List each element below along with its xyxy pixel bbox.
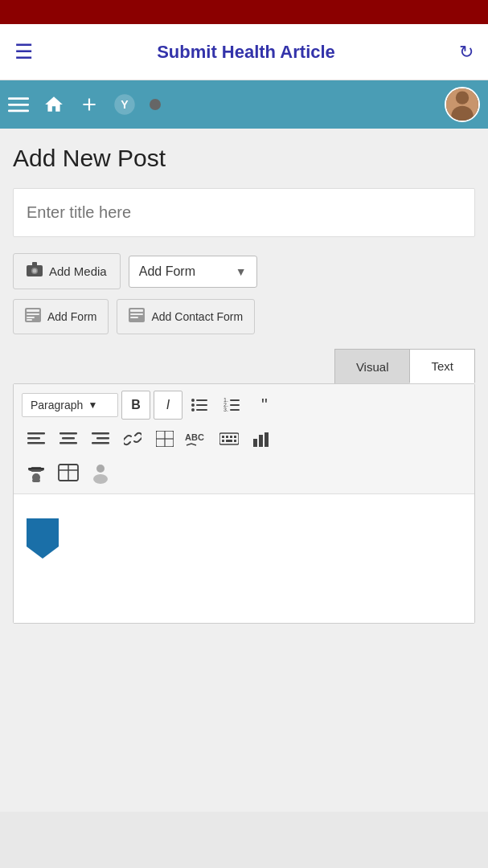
title-input-container bbox=[13, 188, 475, 237]
svg-rect-2 bbox=[8, 110, 29, 113]
add-contact-form-button[interactable]: Add Contact Form bbox=[117, 299, 255, 334]
table-button[interactable] bbox=[150, 424, 179, 453]
bold-button[interactable]: B bbox=[121, 391, 150, 420]
format-row-3 bbox=[22, 458, 466, 487]
svg-rect-52 bbox=[226, 440, 232, 442]
align-center-button[interactable] bbox=[54, 424, 83, 453]
svg-rect-46 bbox=[219, 433, 239, 444]
svg-rect-53 bbox=[234, 440, 236, 442]
svg-rect-36 bbox=[59, 432, 77, 435]
svg-point-6 bbox=[456, 91, 469, 104]
editor-content[interactable] bbox=[14, 494, 474, 623]
paragraph-label: Paragraph bbox=[31, 399, 83, 411]
svg-text:Y: Y bbox=[121, 98, 129, 111]
add-form-button[interactable]: Add Form bbox=[13, 299, 109, 334]
svg-rect-26 bbox=[196, 409, 207, 411]
svg-rect-15 bbox=[27, 317, 35, 318]
add-media-label: Add Media bbox=[49, 264, 107, 278]
format-row-2: ABC bbox=[22, 424, 466, 453]
app-header: ☰ Submit Health Article ↻ bbox=[0, 24, 488, 80]
person-icon-button[interactable] bbox=[86, 458, 115, 487]
paragraph-dropdown[interactable]: Paragraph ▼ bbox=[22, 393, 118, 417]
svg-point-21 bbox=[191, 399, 195, 402]
tab-text[interactable]: Text bbox=[409, 349, 475, 383]
agent-icon-button[interactable] bbox=[22, 458, 51, 487]
svg-rect-61 bbox=[32, 479, 40, 482]
wp-add-new-icon[interactable] bbox=[79, 94, 100, 115]
svg-rect-32 bbox=[230, 409, 240, 411]
title-input[interactable] bbox=[14, 189, 474, 236]
wp-hamburger-icon[interactable] bbox=[8, 94, 29, 115]
svg-rect-40 bbox=[96, 437, 109, 440]
svg-rect-50 bbox=[234, 436, 236, 438]
svg-rect-34 bbox=[27, 437, 40, 440]
yoast-icon[interactable]: Y bbox=[114, 94, 135, 115]
svg-rect-22 bbox=[196, 399, 207, 401]
spellcheck-button[interactable]: ABC bbox=[182, 424, 211, 453]
italic-button[interactable]: I bbox=[154, 391, 182, 420]
toolbar-row2: Add Form Add Contact Form bbox=[13, 299, 475, 334]
wp-admin-bar: Y bbox=[0, 80, 488, 129]
keyboard-button[interactable] bbox=[215, 424, 244, 453]
avatar[interactable] bbox=[445, 87, 480, 122]
svg-rect-11 bbox=[32, 262, 37, 266]
add-contact-form-btn-label: Add Contact Form bbox=[151, 310, 243, 323]
svg-rect-20 bbox=[130, 317, 138, 318]
chevron-down-icon: ▼ bbox=[236, 265, 247, 278]
page-title: Add New Post bbox=[13, 145, 475, 172]
svg-rect-37 bbox=[62, 437, 75, 440]
add-media-button[interactable]: Add Media bbox=[13, 253, 121, 289]
svg-rect-16 bbox=[27, 319, 32, 321]
svg-rect-19 bbox=[130, 313, 143, 315]
app-title: Submit Health Article bbox=[157, 42, 335, 63]
camera-icon bbox=[27, 262, 43, 280]
svg-rect-28 bbox=[230, 399, 240, 401]
svg-rect-48 bbox=[226, 436, 228, 438]
svg-rect-33 bbox=[27, 432, 45, 435]
editor-wrapper: Paragraph ▼ B I bbox=[13, 383, 475, 624]
format-toolbar: Paragraph ▼ B I bbox=[14, 384, 474, 494]
wp-home-icon[interactable] bbox=[43, 94, 64, 115]
form-table-button[interactable] bbox=[54, 458, 83, 487]
drop-icon bbox=[27, 518, 59, 559]
svg-rect-54 bbox=[253, 439, 257, 447]
notification-dot bbox=[150, 99, 161, 110]
toolbar-row1: Add Media Add Form ▼ bbox=[13, 253, 475, 289]
svg-rect-18 bbox=[130, 309, 143, 312]
align-right-button[interactable] bbox=[86, 424, 115, 453]
blockquote-button[interactable]: " bbox=[250, 391, 279, 420]
align-left-button[interactable] bbox=[22, 424, 51, 453]
svg-rect-51 bbox=[222, 440, 224, 442]
svg-rect-1 bbox=[8, 104, 29, 106]
paragraph-chevron-icon: ▼ bbox=[88, 399, 97, 411]
format-row-1: Paragraph ▼ B I bbox=[22, 391, 466, 420]
hamburger-icon[interactable]: ☰ bbox=[14, 39, 33, 64]
svg-point-66 bbox=[93, 474, 108, 484]
contact-form-icon bbox=[129, 308, 145, 326]
svg-point-65 bbox=[96, 465, 105, 473]
svg-rect-41 bbox=[92, 442, 109, 444]
svg-rect-59 bbox=[28, 468, 44, 469]
add-form-dropdown-label: Add Form bbox=[139, 264, 195, 279]
svg-rect-39 bbox=[92, 432, 109, 435]
svg-rect-38 bbox=[59, 442, 77, 444]
chart-button[interactable] bbox=[247, 424, 276, 453]
svg-rect-30 bbox=[230, 404, 240, 406]
form-icon bbox=[25, 308, 41, 326]
main-content: Add New Post Add Media Add Form ▼ bbox=[0, 129, 488, 812]
svg-rect-47 bbox=[222, 436, 224, 438]
svg-point-23 bbox=[191, 403, 195, 407]
unordered-list-button[interactable] bbox=[186, 391, 215, 420]
ordered-list-button[interactable]: 1. 2. 3. bbox=[218, 391, 247, 420]
status-bar bbox=[0, 0, 488, 24]
editor-tabs: Visual Text bbox=[13, 349, 475, 383]
add-form-dropdown[interactable]: Add Form ▼ bbox=[129, 256, 257, 288]
svg-text:3.: 3. bbox=[223, 407, 228, 412]
svg-text:ABC: ABC bbox=[185, 432, 204, 442]
svg-point-10 bbox=[33, 269, 37, 273]
link-button[interactable] bbox=[118, 424, 147, 453]
add-form-btn-label: Add Form bbox=[47, 310, 96, 323]
refresh-icon[interactable]: ↻ bbox=[459, 42, 474, 63]
tab-visual[interactable]: Visual bbox=[334, 349, 410, 383]
svg-rect-55 bbox=[259, 435, 263, 447]
